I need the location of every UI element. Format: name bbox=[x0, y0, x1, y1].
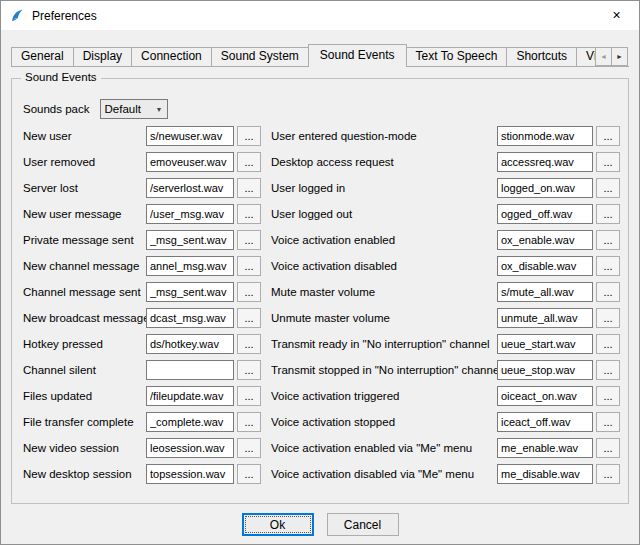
sound-event-row: Hotkey pressed...Transmit ready in "No i… bbox=[23, 331, 623, 357]
dropdown-arrow-icon: ▼ bbox=[156, 106, 163, 113]
browse-button[interactable]: ... bbox=[237, 230, 261, 250]
event-label: Voice activation enabled bbox=[271, 234, 497, 246]
browse-button[interactable]: ... bbox=[596, 386, 620, 406]
sounds-pack-row: Sounds pack Default ▼ bbox=[23, 99, 168, 119]
event-file-input[interactable] bbox=[146, 178, 234, 198]
event-label: User logged out bbox=[271, 208, 497, 220]
tab-scroll-control: ◄ ► bbox=[595, 47, 628, 66]
event-file-input[interactable] bbox=[497, 178, 593, 198]
browse-button[interactable]: ... bbox=[237, 464, 261, 484]
tab-sound-events[interactable]: Sound Events bbox=[308, 44, 407, 67]
browse-button[interactable]: ... bbox=[237, 152, 261, 172]
event-label: Channel message sent bbox=[23, 286, 146, 298]
event-file-input[interactable] bbox=[146, 152, 234, 172]
event-file-input[interactable] bbox=[497, 360, 593, 380]
event-file-input[interactable] bbox=[497, 308, 593, 328]
browse-button[interactable]: ... bbox=[237, 256, 261, 276]
event-file-input[interactable] bbox=[497, 386, 593, 406]
event-label: User removed bbox=[23, 156, 146, 168]
browse-button[interactable]: ... bbox=[237, 412, 261, 432]
event-file-input[interactable] bbox=[146, 230, 234, 250]
browse-button[interactable]: ... bbox=[596, 282, 620, 302]
event-file-input[interactable] bbox=[146, 360, 234, 380]
sound-event-row: Server lost...User logged in... bbox=[23, 175, 623, 201]
event-label: New broadcast message bbox=[23, 312, 146, 324]
browse-button[interactable]: ... bbox=[596, 412, 620, 432]
browse-button[interactable]: ... bbox=[596, 464, 620, 484]
event-label: Desktop access request bbox=[271, 156, 497, 168]
event-file-input[interactable] bbox=[146, 308, 234, 328]
browse-button[interactable]: ... bbox=[596, 334, 620, 354]
browse-button[interactable]: ... bbox=[237, 360, 261, 380]
event-file-input[interactable] bbox=[497, 230, 593, 250]
sound-event-row: New broadcast message...Unmute master vo… bbox=[23, 305, 623, 331]
event-label: File transfer complete bbox=[23, 416, 146, 428]
browse-button[interactable]: ... bbox=[596, 438, 620, 458]
tab-bar: GeneralDisplayConnectionSound SystemSoun… bbox=[11, 44, 629, 67]
browse-button[interactable]: ... bbox=[596, 308, 620, 328]
event-file-input[interactable] bbox=[497, 334, 593, 354]
browse-button[interactable]: ... bbox=[596, 230, 620, 250]
browse-button[interactable]: ... bbox=[237, 334, 261, 354]
event-label: Transmit ready in "No interruption" chan… bbox=[271, 338, 497, 350]
sound-event-row: User removed...Desktop access request... bbox=[23, 149, 623, 175]
event-file-input[interactable] bbox=[497, 256, 593, 276]
event-file-input[interactable] bbox=[146, 204, 234, 224]
tab-display[interactable]: Display bbox=[73, 47, 132, 66]
browse-button[interactable]: ... bbox=[237, 308, 261, 328]
event-label: Private message sent bbox=[23, 234, 146, 246]
browse-button[interactable]: ... bbox=[237, 126, 261, 146]
browse-button[interactable]: ... bbox=[596, 152, 620, 172]
event-file-input[interactable] bbox=[146, 126, 234, 146]
close-icon[interactable]: × bbox=[594, 1, 639, 30]
event-file-input[interactable] bbox=[146, 282, 234, 302]
event-file-input[interactable] bbox=[497, 282, 593, 302]
event-file-input[interactable] bbox=[497, 204, 593, 224]
footer: Ok Cancel bbox=[1, 513, 639, 536]
event-file-input[interactable] bbox=[497, 126, 593, 146]
sounds-pack-label: Sounds pack bbox=[23, 103, 90, 115]
event-label: Voice activation enabled via "Me" menu bbox=[271, 442, 497, 454]
browse-button[interactable]: ... bbox=[596, 204, 620, 224]
sound-event-row: New desktop session...Voice activation d… bbox=[23, 461, 623, 487]
cancel-button[interactable]: Cancel bbox=[327, 513, 399, 536]
event-file-input[interactable] bbox=[497, 152, 593, 172]
event-file-input[interactable] bbox=[497, 464, 593, 484]
event-file-input[interactable] bbox=[497, 412, 593, 432]
event-file-input[interactable] bbox=[146, 386, 234, 406]
event-label: Mute master volume bbox=[271, 286, 497, 298]
sounds-pack-select[interactable]: Default ▼ bbox=[100, 99, 168, 119]
tab-scroll-right-icon[interactable]: ► bbox=[611, 47, 628, 66]
event-file-input[interactable] bbox=[146, 256, 234, 276]
preferences-window: Preferences × GeneralDisplayConnectionSo… bbox=[0, 0, 640, 545]
event-file-input[interactable] bbox=[146, 412, 234, 432]
tab-connection[interactable]: Connection bbox=[131, 47, 212, 66]
browse-button[interactable]: ... bbox=[237, 178, 261, 198]
browse-button[interactable]: ... bbox=[237, 386, 261, 406]
event-file-input[interactable] bbox=[146, 334, 234, 354]
browse-button[interactable]: ... bbox=[237, 204, 261, 224]
ok-button[interactable]: Ok bbox=[242, 513, 314, 536]
browse-button[interactable]: ... bbox=[596, 256, 620, 276]
browse-button[interactable]: ... bbox=[237, 282, 261, 302]
tab-sound-system[interactable]: Sound System bbox=[211, 47, 309, 66]
browse-button[interactable]: ... bbox=[596, 178, 620, 198]
browse-button[interactable]: ... bbox=[596, 360, 620, 380]
browse-button[interactable]: ... bbox=[596, 126, 620, 146]
tab-general[interactable]: General bbox=[11, 47, 74, 66]
event-file-input[interactable] bbox=[146, 438, 234, 458]
tab-shortcuts[interactable]: Shortcuts bbox=[506, 47, 577, 66]
event-label: Server lost bbox=[23, 182, 146, 194]
sound-event-row: Channel silent...Transmit stopped in "No… bbox=[23, 357, 623, 383]
tab-scroll-left-icon[interactable]: ◄ bbox=[595, 47, 612, 66]
event-file-input[interactable] bbox=[146, 464, 234, 484]
event-label: New channel message bbox=[23, 260, 146, 272]
event-label: New video session bbox=[23, 442, 146, 454]
event-label: Unmute master volume bbox=[271, 312, 497, 324]
event-label: Files updated bbox=[23, 390, 146, 402]
event-file-input[interactable] bbox=[497, 438, 593, 458]
sound-event-row: New user message...User logged out... bbox=[23, 201, 623, 227]
event-label: Voice activation stopped bbox=[271, 416, 497, 428]
browse-button[interactable]: ... bbox=[237, 438, 261, 458]
tab-text-to-speech[interactable]: Text To Speech bbox=[406, 47, 508, 66]
